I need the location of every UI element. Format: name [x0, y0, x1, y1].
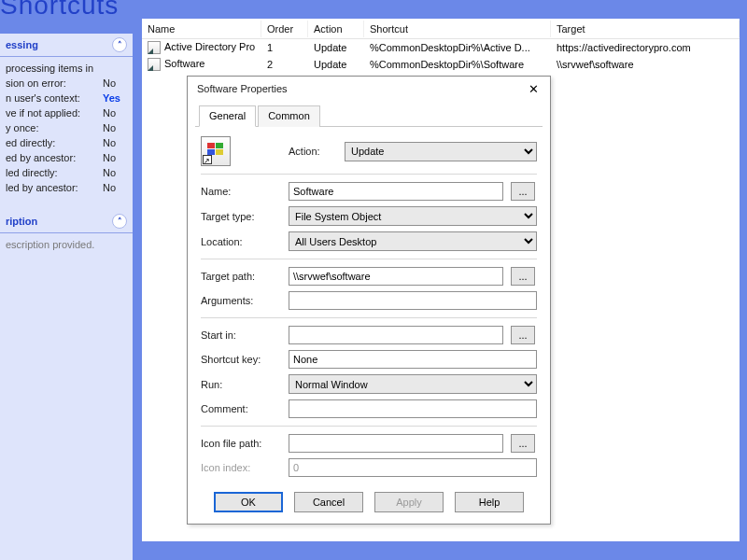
processing-section-header: essing ˄	[0, 34, 133, 57]
ok-button[interactable]: OK	[214, 492, 283, 512]
label-start-in: Start in:	[201, 329, 281, 341]
label-action: Action:	[289, 146, 335, 157]
description-section-header: ription ˄	[0, 210, 133, 233]
tab-common[interactable]: Common	[258, 105, 320, 127]
shortcut-icon	[148, 41, 161, 54]
label-target-path: Target path:	[201, 271, 281, 282]
cell-shortcut: %CommonDesktopDir%\Software	[364, 58, 551, 71]
kv-label: processing items in	[6, 61, 93, 76]
col-target[interactable]: Target	[551, 21, 740, 37]
target-path-browse-button[interactable]: ...	[511, 267, 535, 286]
cell-name: Active Directory Pro	[164, 41, 255, 52]
label-name: Name:	[201, 186, 281, 197]
target-path-field[interactable]	[289, 267, 503, 286]
location-select[interactable]: All Users Desktop	[289, 231, 537, 251]
start-in-browse-button[interactable]: ...	[511, 326, 535, 344]
target-type-select[interactable]: File System Object	[289, 206, 537, 226]
name-browse-button[interactable]: ...	[511, 182, 535, 201]
kv-value: No	[103, 120, 127, 135]
cell-target: \\srvwef\software	[551, 58, 740, 71]
label-arguments: Arguments:	[201, 295, 281, 306]
kv-value: Yes	[103, 91, 127, 105]
processing-label: essing	[6, 39, 38, 50]
left-panel: essing ˄ processing items in sion on err…	[0, 34, 133, 560]
run-select[interactable]: Normal Window	[289, 374, 537, 394]
collapse-icon[interactable]: ˄	[112, 214, 127, 229]
table-row[interactable]: Active Directory Pro 1 Update %CommonDes…	[142, 39, 740, 56]
kv-label: ed by ancestor:	[6, 150, 76, 165]
description-body: escription provided.	[0, 233, 133, 256]
col-name[interactable]: Name	[142, 21, 261, 37]
tab-general[interactable]: General	[199, 105, 256, 127]
kv-label: led by ancestor:	[6, 180, 78, 195]
kv-value: No	[103, 180, 127, 195]
kv-label: led directly:	[6, 165, 58, 180]
description-label: ription	[6, 216, 37, 227]
shortcut-large-icon	[201, 136, 281, 166]
kv-value	[103, 61, 127, 76]
cell-order: 2	[261, 58, 308, 71]
col-shortcut[interactable]: Shortcut	[364, 21, 551, 37]
label-location: Location:	[201, 236, 281, 247]
cell-order: 1	[261, 41, 308, 54]
kv-value: No	[103, 165, 127, 180]
action-select[interactable]: Update	[345, 142, 537, 161]
dialog-button-row: OK Cancel Apply Help	[188, 483, 550, 524]
icon-file-browse-button[interactable]: ...	[511, 434, 535, 453]
label-run: Run:	[201, 379, 281, 390]
kv-label: sion on error:	[6, 76, 66, 91]
tab-body-general: Action: Update Name: ... Target type: Fi…	[188, 127, 550, 483]
kv-value: No	[103, 150, 127, 165]
cancel-button[interactable]: Cancel	[294, 492, 363, 512]
page-title: Shortcuts	[0, 0, 119, 21]
kv-value: No	[103, 76, 127, 91]
col-order[interactable]: Order	[261, 21, 308, 37]
col-action[interactable]: Action	[308, 21, 364, 37]
kv-label: n user's context:	[6, 91, 80, 105]
cell-action: Update	[308, 58, 364, 71]
arguments-field[interactable]	[289, 291, 537, 310]
dialog-titlebar[interactable]: Software Properties ✕	[188, 77, 550, 101]
kv-label: y once:	[6, 120, 38, 135]
shortcut-key-field[interactable]	[289, 350, 537, 369]
processing-list: processing items in sion on error:No n u…	[0, 57, 133, 199]
dialog-title: Software Properties	[197, 83, 288, 94]
label-comment: Comment:	[201, 403, 281, 414]
comment-field[interactable]	[289, 399, 537, 418]
icon-index-field	[289, 458, 537, 477]
cell-target: https://activedirectorypro.com	[551, 41, 740, 54]
icon-file-path-field[interactable]	[289, 434, 503, 453]
kv-label: ed directly:	[6, 135, 55, 150]
apply-button: Apply	[374, 492, 444, 512]
kv-value: No	[103, 105, 127, 120]
kv-value: No	[103, 135, 127, 150]
table-header: Name Order Action Shortcut Target	[142, 19, 740, 39]
close-icon[interactable]: ✕	[522, 79, 544, 98]
table-body: Active Directory Pro 1 Update %CommonDes…	[142, 39, 740, 73]
properties-dialog: Software Properties ✕ General Common Act…	[187, 76, 551, 525]
help-button[interactable]: Help	[455, 492, 524, 512]
name-field[interactable]	[289, 182, 503, 201]
collapse-icon[interactable]: ˄	[112, 37, 127, 52]
cell-name: Software	[164, 58, 204, 69]
cell-shortcut: %CommonDesktopDir%\Active D...	[364, 41, 551, 54]
table-row[interactable]: Software 2 Update %CommonDesktopDir%\Sof…	[142, 56, 740, 73]
label-icon-file-path: Icon file path:	[201, 438, 281, 449]
cell-action: Update	[308, 41, 364, 54]
kv-label: ve if not applied:	[6, 105, 80, 120]
label-icon-index: Icon index:	[201, 462, 281, 473]
label-shortcut-key: Shortcut key:	[201, 354, 281, 365]
shortcut-icon	[148, 58, 161, 71]
label-target-type: Target type:	[201, 211, 281, 222]
tab-strip: General Common	[195, 105, 543, 127]
start-in-field[interactable]	[289, 326, 503, 344]
